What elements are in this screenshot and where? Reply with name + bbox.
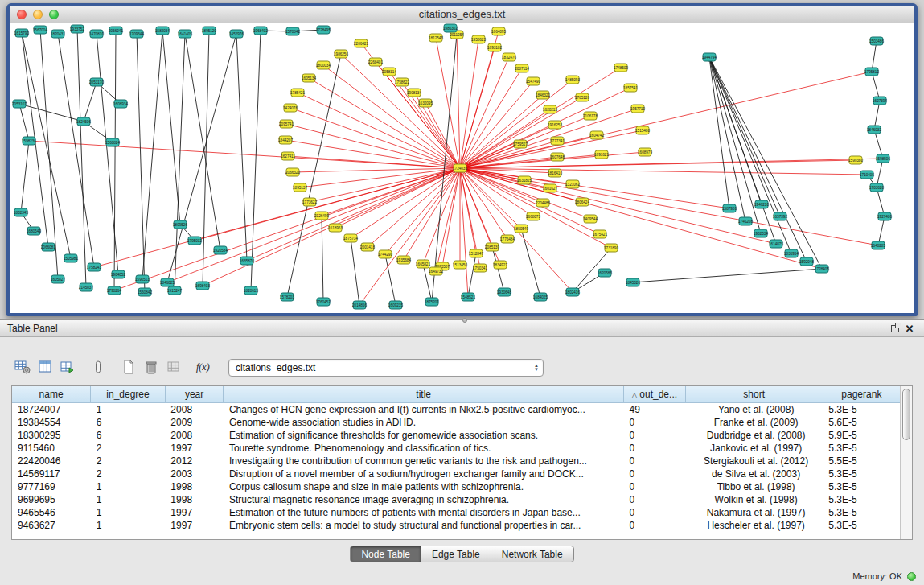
graph-node[interactable]: 1773622: [302, 198, 317, 206]
graph-node[interactable]: 1587926: [722, 204, 737, 212]
graph-node[interactable]: 1809526: [173, 220, 187, 229]
delete-button[interactable]: [140, 357, 162, 378]
graph-node[interactable]: 2053107: [12, 100, 27, 108]
graph-node[interactable]: 1503486: [869, 37, 884, 45]
graph-node[interactable]: 1548521: [461, 293, 475, 301]
column-header-year[interactable]: year: [165, 386, 224, 402]
graph-node[interactable]: 1790264: [107, 286, 121, 295]
graph-node[interactable]: 1875734: [343, 234, 358, 242]
graph-node[interactable]: 1512847: [469, 249, 483, 257]
table-row[interactable]: 946554611997Estimation of the future num…: [12, 506, 900, 519]
graph-node[interactable]: 1547490: [526, 77, 540, 85]
graph-node[interactable]: 1614875: [769, 240, 783, 248]
graph-node[interactable]: 1567004: [33, 26, 47, 34]
graph-node[interactable]: 1709344: [129, 30, 144, 38]
graph-node[interactable]: 1598236: [22, 137, 36, 145]
graph-node[interactable]: 1844207: [278, 136, 293, 144]
graph-node[interactable]: 1649732: [429, 267, 443, 275]
graph-node[interactable]: 1806424: [575, 198, 589, 206]
graph-node[interactable]: 1321062: [565, 180, 580, 188]
columns-button[interactable]: [34, 357, 56, 378]
graph-node[interactable]: 1578203: [280, 293, 294, 301]
graph-node[interactable]: 1599380: [848, 156, 863, 164]
graph-node[interactable]: 1916253: [548, 121, 562, 129]
graph-node[interactable]: 1657392: [773, 212, 787, 220]
graph-node[interactable]: 2268401: [368, 58, 383, 66]
graph-node[interactable]: 1505981: [64, 254, 78, 262]
table-row[interactable]: 969969511998Structural magnetic resonanc…: [12, 493, 900, 506]
graph-node[interactable]: 2066241: [109, 27, 123, 35]
graph-node[interactable]: 1731890: [604, 244, 618, 252]
table-row[interactable]: 2242004622012Investigating the contribut…: [12, 455, 900, 468]
graph-node[interactable]: 1728405: [815, 265, 829, 273]
column-header-name[interactable]: name: [12, 386, 91, 402]
graph-node[interactable]: 1812543: [429, 34, 443, 42]
graph-node[interactable]: 1675421: [593, 230, 607, 238]
graph-node[interactable]: 1598506: [876, 154, 890, 163]
graph-node[interactable]: 1724035: [453, 164, 467, 172]
graph-node[interactable]: 1933752: [70, 25, 84, 33]
graph-node[interactable]: 1802345: [14, 208, 28, 216]
graph-node[interactable]: 1620583: [598, 269, 612, 277]
tab-node-table[interactable]: Node Table: [350, 546, 421, 562]
graph-node[interactable]: 1777341: [550, 137, 565, 145]
graph-node[interactable]: 1820431: [51, 30, 65, 38]
graph-node[interactable]: 1744290: [378, 250, 392, 258]
table-row[interactable]: 946362711997Embryonic stem cells: a mode…: [12, 519, 900, 532]
graph-node[interactable]: 1785421: [290, 89, 305, 97]
graph-node[interactable]: 2014856: [352, 301, 367, 309]
graph-node[interactable]: 1802416: [565, 288, 580, 296]
graph-node[interactable]: 1930648: [497, 288, 511, 296]
graph-node[interactable]: 1641405: [178, 30, 192, 38]
network-canvas[interactable]: 1724035220642119862561800034160513417854…: [10, 23, 914, 313]
function-button[interactable]: f(x): [193, 357, 216, 378]
new-document-button[interactable]: [117, 357, 140, 378]
graph-node[interactable]: 1620215: [543, 105, 557, 113]
graph-node[interactable]: 1632095: [418, 99, 433, 107]
graph-node[interactable]: 1908134: [407, 89, 421, 97]
graph-node[interactable]: 2095741: [279, 120, 294, 128]
graph-node[interactable]: 1875201: [425, 298, 439, 306]
table-settings-button[interactable]: [11, 357, 34, 378]
table-row[interactable]: 1938455462009Genome-wide association stu…: [12, 416, 900, 429]
graph-node[interactable]: 1680549: [27, 227, 41, 235]
table-row[interactable]: 1456911722003Disruption of a novel membe…: [12, 468, 900, 480]
graph-node[interactable]: 1957710: [630, 105, 645, 113]
column-header-short[interactable]: short: [685, 386, 823, 402]
close-panel-button[interactable]: ✕: [902, 322, 917, 335]
graph-node[interactable]: 2106178: [583, 112, 598, 120]
graph-node[interactable]: 1846025: [160, 278, 175, 286]
graph-node[interactable]: 1513450: [453, 261, 467, 269]
graph-node[interactable]: 1570842: [285, 27, 300, 35]
graph-node[interactable]: 1846032: [867, 126, 881, 134]
vertical-scrollbar[interactable]: [900, 386, 912, 539]
graph-node[interactable]: 1962534: [754, 229, 768, 237]
zoom-window-icon[interactable]: [49, 10, 59, 19]
graph-node[interactable]: 1759527: [513, 140, 528, 148]
graph-node[interactable]: 1857541: [623, 84, 638, 92]
graph-node[interactable]: 1693102: [487, 43, 502, 51]
import-table-button[interactable]: [56, 357, 79, 378]
graph-node[interactable]: 1710405: [860, 171, 874, 179]
graph-node[interactable]: 1986256: [334, 50, 348, 58]
graph-node[interactable]: 1703628: [869, 183, 884, 192]
graph-node[interactable]: 1935684: [396, 256, 411, 264]
graph-node[interactable]: 1785126: [575, 93, 589, 101]
graph-node[interactable]: 1758243: [87, 263, 101, 271]
minimize-window-icon[interactable]: [33, 10, 43, 19]
graph-node[interactable]: 1604742: [589, 131, 604, 139]
row-button[interactable]: [87, 357, 109, 378]
graph-node[interactable]: 1609235: [388, 301, 403, 309]
graph-node[interactable]: 1832476: [502, 53, 516, 61]
table-row[interactable]: 1872400712008Changes of HCN gene express…: [12, 402, 900, 416]
graph-node[interactable]: 1664095: [491, 27, 506, 35]
graph-node[interactable]: 1608934: [113, 100, 128, 108]
graph-node[interactable]: 2087114: [515, 64, 529, 72]
graph-node[interactable]: 1904052: [111, 270, 125, 278]
window-titlebar[interactable]: citations_edges.txt: [10, 6, 914, 23]
graph-node[interactable]: 1615790: [14, 29, 29, 37]
graph-node[interactable]: 1592048: [799, 257, 814, 266]
graph-node[interactable]: 1560842: [138, 288, 152, 296]
graph-node[interactable]: 2058314: [382, 68, 396, 76]
graph-node[interactable]: 2066081: [41, 243, 55, 251]
